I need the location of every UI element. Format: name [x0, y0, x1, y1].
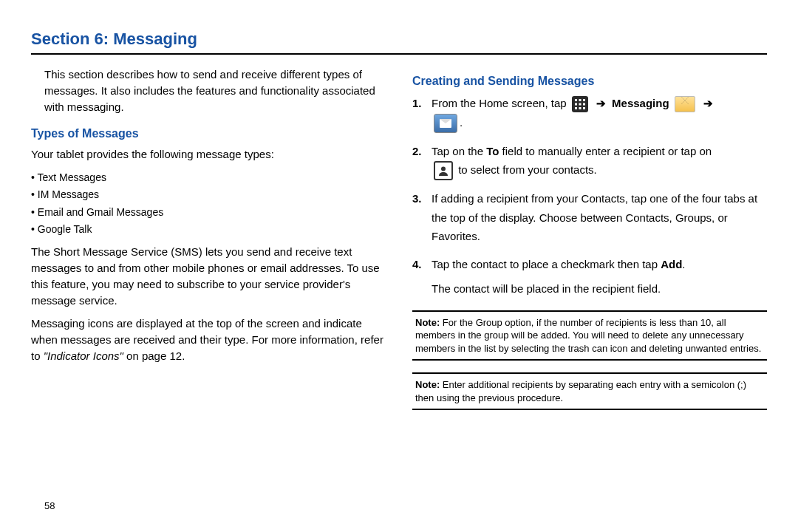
icons-description: Messaging icons are displayed at the top… [31, 316, 386, 364]
right-column: Creating and Sending Messages 1. From th… [412, 66, 767, 422]
step-number: 1. [412, 94, 432, 133]
list-item: IM Messages [31, 187, 386, 202]
step-3: 3. If adding a recipient from your Conta… [412, 189, 767, 246]
page-number: 58 [44, 500, 55, 511]
step-4: 4. Tap the contact to place a checkmark … [412, 255, 767, 299]
text-fragment: on page 12. [123, 349, 185, 362]
types-intro: Your tablet provides the following messa… [31, 146, 386, 163]
list-item: Text Messages [31, 170, 386, 185]
text-fragment: From the Home screen, tap [432, 97, 570, 109]
text-fragment: Tap on the [432, 145, 486, 157]
text-fragment: to select from your contacts. [458, 163, 597, 176]
compose-message-icon [434, 114, 457, 133]
note-label: Note: [415, 317, 440, 328]
types-heading: Types of Messages [31, 125, 386, 142]
step-number: 3. [412, 189, 432, 246]
step-number: 4. [412, 255, 432, 299]
svg-rect-2 [583, 99, 585, 101]
to-field-label: To [486, 145, 499, 157]
indicator-icons-ref: "Indicator Icons" [44, 349, 123, 362]
left-column: This section describes how to send and r… [31, 66, 386, 422]
two-column-layout: This section describes how to send and r… [31, 66, 767, 422]
svg-rect-5 [583, 103, 585, 106]
title-rule [31, 53, 767, 55]
messaging-label: Messaging [612, 97, 669, 109]
svg-point-9 [441, 167, 446, 171]
svg-rect-3 [575, 103, 577, 106]
note-text: Enter additional recipients by separatin… [415, 379, 746, 403]
add-label: Add [661, 258, 682, 270]
arrow-icon: ➔ [703, 97, 713, 109]
creating-heading: Creating and Sending Messages [412, 72, 767, 89]
message-types-list: Text Messages IM Messages Email and Gmai… [31, 170, 386, 236]
svg-rect-0 [575, 99, 577, 101]
note-group-option: Note: For the Group option, if the numbe… [412, 310, 767, 361]
sms-description: The Short Message Service (SMS) lets you… [31, 244, 386, 308]
steps-list: 1. From the Home screen, tap [412, 94, 767, 299]
step-1: 1. From the Home screen, tap [412, 94, 767, 133]
svg-rect-7 [579, 107, 581, 109]
step-2: 2. Tap on the To field to manually enter… [412, 142, 767, 181]
svg-rect-4 [579, 103, 581, 106]
apps-grid-icon [572, 96, 588, 112]
text-fragment: field to manually enter a recipient or t… [499, 145, 712, 157]
svg-rect-8 [583, 107, 585, 109]
note-label: Note: [415, 379, 440, 390]
text-fragment: . [682, 258, 685, 270]
note-text: For the Group option, if the number of r… [415, 317, 761, 354]
list-item: Email and Gmail Messages [31, 205, 386, 219]
step-result: The contact will be placed in the recipi… [432, 279, 767, 299]
svg-rect-6 [575, 107, 577, 109]
contact-picker-icon [434, 161, 453, 180]
intro-paragraph: This section describes how to send and r… [44, 66, 386, 115]
section-title: Section 6: Messaging [31, 30, 767, 49]
step-text: If adding a recipient from your Contacts… [432, 189, 767, 246]
svg-rect-1 [579, 99, 581, 101]
note-additional-recipients: Note: Enter additional recipients by sep… [412, 372, 767, 410]
list-item: Google Talk [31, 222, 386, 236]
step-number: 2. [412, 142, 432, 181]
messaging-envelope-icon [675, 96, 695, 112]
text-fragment: Tap the contact to place a checkmark the… [432, 258, 661, 270]
arrow-icon: ➔ [596, 97, 606, 109]
